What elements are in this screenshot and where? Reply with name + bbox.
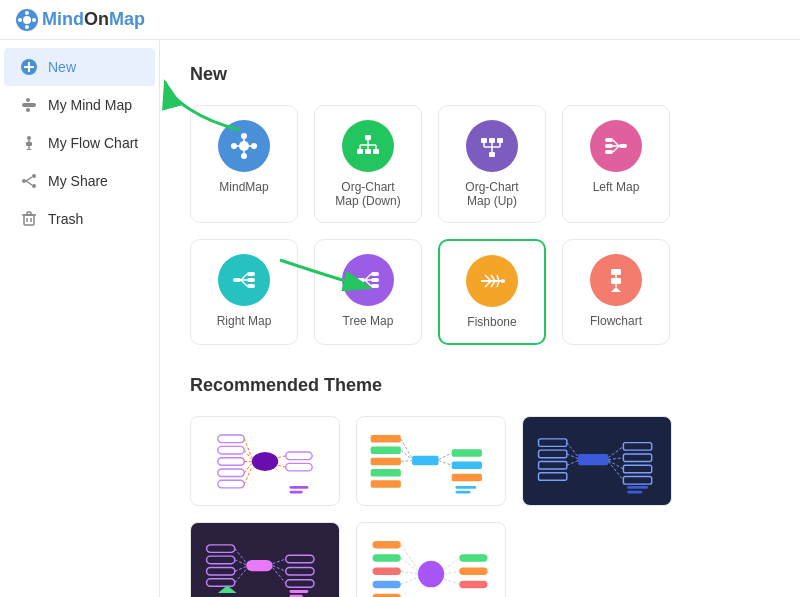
svg-point-1 <box>23 16 31 24</box>
svg-line-154 <box>273 566 286 572</box>
svg-rect-111 <box>371 469 401 477</box>
svg-rect-93 <box>218 458 244 466</box>
svg-line-117 <box>401 450 412 459</box>
svg-rect-160 <box>373 541 401 549</box>
svg-line-134 <box>567 461 578 466</box>
leftmap-icon-circle <box>590 120 642 172</box>
sidebar-item-myshare-label: My Share <box>48 173 108 189</box>
map-grid: MindMap Org-C <box>190 105 770 345</box>
svg-rect-167 <box>459 581 487 589</box>
svg-rect-92 <box>218 446 244 454</box>
sidebar-item-mymindmap[interactable]: My Mind Map <box>4 86 155 124</box>
recommended-section-title: Recommended Theme <box>190 375 770 396</box>
svg-line-20 <box>26 177 32 181</box>
share-icon <box>20 172 38 190</box>
theme-item-3[interactable] <box>522 416 672 506</box>
svg-rect-166 <box>459 567 487 575</box>
svg-line-99 <box>244 450 252 459</box>
sidebar-item-myshare[interactable]: My Share <box>4 162 155 200</box>
svg-rect-126 <box>539 461 567 469</box>
svg-rect-139 <box>627 486 648 489</box>
theme-preview-5 <box>365 531 497 597</box>
rightmap-icon-circle <box>218 254 270 306</box>
svg-rect-127 <box>539 473 567 481</box>
map-item-treemap[interactable]: Tree Map <box>314 239 422 345</box>
svg-rect-143 <box>207 556 235 564</box>
svg-point-33 <box>241 153 247 159</box>
svg-rect-91 <box>218 435 244 443</box>
svg-point-84 <box>501 279 505 283</box>
theme-item-1[interactable] <box>190 416 340 506</box>
svg-rect-108 <box>371 435 401 443</box>
orgchart-down-label: Org-Chart Map (Down) <box>329 180 407 208</box>
svg-rect-8 <box>24 66 34 68</box>
map-item-rightmap[interactable]: Right Map <box>190 239 298 345</box>
theme-item-5[interactable] <box>356 522 506 597</box>
svg-rect-58 <box>605 144 613 148</box>
flowchart-nav-icon <box>20 134 38 152</box>
orgchart-up-icon-circle <box>466 120 518 172</box>
svg-rect-65 <box>247 278 255 282</box>
svg-line-174 <box>444 579 459 585</box>
svg-rect-73 <box>371 284 379 288</box>
svg-rect-64 <box>247 272 255 276</box>
svg-rect-11 <box>26 108 30 112</box>
theme-item-4[interactable] <box>190 522 340 597</box>
svg-line-62 <box>613 146 619 152</box>
svg-rect-123 <box>578 454 608 465</box>
fishbone-label: Fishbone <box>467 315 516 329</box>
sidebar-item-trash[interactable]: Trash <box>4 200 155 238</box>
svg-line-119 <box>439 453 452 460</box>
svg-line-21 <box>26 181 32 185</box>
svg-rect-10 <box>26 98 30 102</box>
svg-rect-140 <box>627 491 642 494</box>
svg-rect-130 <box>623 465 651 473</box>
map-item-leftmap[interactable]: Left Map <box>562 105 670 223</box>
svg-rect-97 <box>286 463 312 471</box>
map-item-fishbone[interactable]: Fishbone <box>438 239 546 345</box>
sidebar-item-new[interactable]: New <box>4 48 155 86</box>
map-item-mindmap[interactable]: MindMap <box>190 105 298 223</box>
orgchart-up-label: Org-Chart Map (Up) <box>453 180 531 208</box>
svg-line-60 <box>613 140 619 146</box>
svg-line-168 <box>401 545 418 570</box>
svg-rect-124 <box>539 439 567 447</box>
treemap-label: Tree Map <box>343 314 394 328</box>
svg-rect-70 <box>357 278 365 282</box>
map-item-flowchart[interactable]: Flowchart <box>562 239 670 345</box>
treemap-icon-circle <box>342 254 394 306</box>
svg-rect-24 <box>27 212 31 215</box>
svg-line-118 <box>401 461 412 462</box>
logo-icon <box>16 9 38 31</box>
svg-rect-107 <box>412 456 438 465</box>
svg-line-173 <box>444 571 459 574</box>
svg-rect-165 <box>459 554 487 562</box>
map-item-orgchart-down[interactable]: Org-Chart Map (Down) <box>314 105 422 223</box>
svg-rect-85 <box>611 269 621 275</box>
svg-rect-148 <box>286 580 314 588</box>
map-item-orgchart-up[interactable]: Org-Chart Map (Up) <box>438 105 546 223</box>
svg-rect-49 <box>489 138 495 143</box>
trash-icon <box>20 210 38 228</box>
theme-item-2[interactable] <box>356 416 506 506</box>
svg-marker-87 <box>611 287 621 292</box>
svg-rect-142 <box>207 545 235 553</box>
svg-line-116 <box>401 439 412 459</box>
theme-preview-1 <box>199 425 331 497</box>
svg-line-74 <box>365 274 371 280</box>
svg-rect-114 <box>452 461 482 469</box>
sidebar-item-new-label: New <box>48 59 76 75</box>
svg-line-104 <box>278 465 286 467</box>
content-area: New MindM <box>160 40 800 597</box>
logo: MindOnMap <box>16 9 145 31</box>
svg-rect-105 <box>290 486 309 489</box>
sidebar: New My Mind Map My Flow Chart My Share T <box>0 40 160 597</box>
svg-point-5 <box>25 25 29 29</box>
svg-point-4 <box>25 11 29 15</box>
fishbone-icon-circle <box>466 255 518 307</box>
svg-line-151 <box>235 567 246 572</box>
svg-rect-63 <box>233 278 241 282</box>
theme-preview-4 <box>199 531 331 597</box>
sidebar-item-flowchart[interactable]: My Flow Chart <box>4 124 155 162</box>
svg-line-169 <box>401 558 418 571</box>
